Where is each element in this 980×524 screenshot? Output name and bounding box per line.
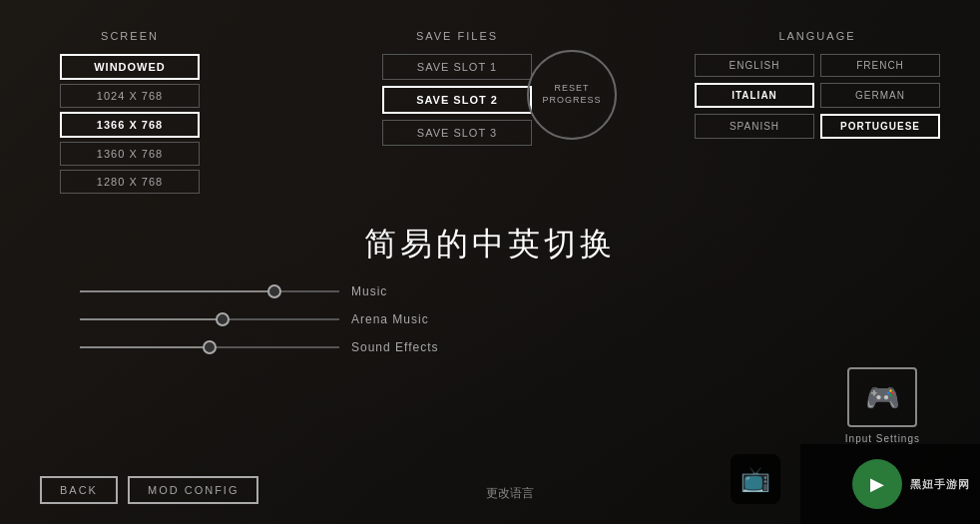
sliders-section: Music Arena Music Sound Effects xyxy=(40,284,940,354)
arena-track[interactable] xyxy=(80,318,339,320)
music-fill xyxy=(80,290,274,292)
screen-option-1360[interactable]: 1360 x 768 xyxy=(60,142,200,166)
top-section: SCREEN WINDOWED 1024 x 768 1366 x 768 13… xyxy=(40,20,940,198)
screen-title: SCREEN xyxy=(101,30,159,42)
middle-text: 简易的中英切换 xyxy=(40,223,940,266)
lang-german[interactable]: GERMAN xyxy=(820,83,940,108)
sfx-fill xyxy=(80,346,210,348)
save-slot-1[interactable]: SAVE SLOT 1 xyxy=(382,54,532,80)
language-grid: ENGLISH FRENCH ITALIAN GERMAN SPANISH PO… xyxy=(695,54,940,139)
language-title: LANGUAGE xyxy=(778,30,855,42)
slider-row-sfx: Sound Effects xyxy=(80,340,940,354)
save-section: SAVE FILES SAVE SLOT 1 SAVE SLOT 2 SAVE … xyxy=(307,30,607,146)
lang-italian[interactable]: ITALIAN xyxy=(695,83,814,108)
arena-fill xyxy=(80,318,223,320)
save-title: SAVE FILES xyxy=(416,30,498,42)
music-label: Music xyxy=(351,284,431,298)
reset-progress-button[interactable]: RESET PROGRESS xyxy=(527,50,617,140)
screen-option-1024[interactable]: 1024 x 768 xyxy=(60,84,200,108)
screen-option-windowed[interactable]: WINDOWED xyxy=(60,54,200,80)
slider-row-arena: Arena Music xyxy=(80,312,940,326)
screen-option-1280[interactable]: 1280 x 768 xyxy=(60,170,200,194)
music-thumb[interactable] xyxy=(267,284,281,298)
lang-english[interactable]: ENGLISH xyxy=(695,54,814,77)
lang-spanish[interactable]: SPANISH xyxy=(695,114,814,139)
arena-thumb[interactable] xyxy=(216,312,230,326)
save-slot-2[interactable]: SAVE SLOT 2 xyxy=(382,86,532,114)
sfx-thumb[interactable] xyxy=(203,340,217,354)
screen-option-1366[interactable]: 1366 x 768 xyxy=(60,112,200,138)
slider-row-music: Music xyxy=(80,284,940,298)
main-container: SCREEN WINDOWED 1024 x 768 1366 x 768 13… xyxy=(0,0,980,524)
lang-portuguese[interactable]: PORTUGUESE xyxy=(820,114,940,139)
language-section: LANGUAGE ENGLISH FRENCH ITALIAN GERMAN S… xyxy=(695,30,940,139)
arena-label: Arena Music xyxy=(351,312,431,326)
music-track[interactable] xyxy=(80,290,339,292)
chinese-title: 简易的中英切换 xyxy=(40,223,940,266)
save-buttons: SAVE SLOT 1 SAVE SLOT 2 SAVE SLOT 3 xyxy=(382,54,532,146)
sfx-label: Sound Effects xyxy=(351,340,439,354)
sfx-track[interactable] xyxy=(80,346,339,348)
save-slot-3[interactable]: SAVE SLOT 3 xyxy=(382,120,532,146)
lang-french[interactable]: FRENCH xyxy=(820,54,940,77)
screen-section: SCREEN WINDOWED 1024 x 768 1366 x 768 13… xyxy=(40,30,220,198)
